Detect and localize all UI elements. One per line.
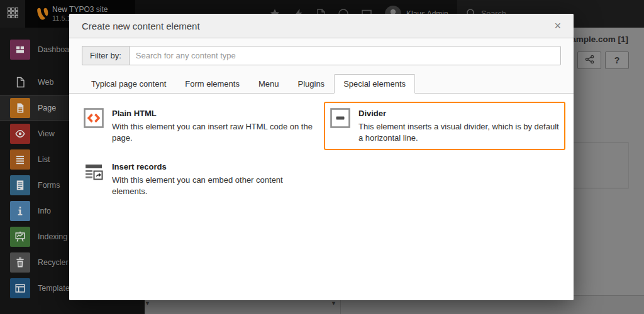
content-element-card-divider[interactable]: DividerThis element inserts a visual div… xyxy=(324,102,565,150)
sidebar-item-label: Template xyxy=(38,284,70,293)
dashboard-icon xyxy=(10,40,30,60)
sidebar-item-label: Indexing xyxy=(38,232,67,241)
divider-icon xyxy=(330,108,350,128)
content-element-card-insert-records[interactable]: Insert recordsWith this element you can … xyxy=(77,155,319,203)
modal-title: Create new content element xyxy=(82,21,200,31)
card-description: With this element you can insert raw HTM… xyxy=(112,121,313,144)
content-type-search-input[interactable] xyxy=(129,46,561,65)
code-icon xyxy=(84,108,104,128)
sidebar-item-label: Web xyxy=(38,78,53,87)
insert-records-icon xyxy=(84,161,104,181)
create-content-element-modal: Create new content element × Filter by: … xyxy=(69,14,574,300)
tab-form-elements[interactable]: Form elements xyxy=(175,74,249,94)
close-icon[interactable]: × xyxy=(554,20,561,31)
card-title: Plain HTML xyxy=(112,109,313,118)
sidebar-item-label: Recycler xyxy=(38,258,69,267)
info-icon xyxy=(10,201,30,221)
view-icon xyxy=(10,124,30,144)
select-caret-icon[interactable]: ▼ xyxy=(331,300,336,306)
indexing-icon xyxy=(10,227,30,247)
card-title: Divider xyxy=(358,109,559,118)
content-element-card-plain-html[interactable]: Plain HTMLWith this element you can inse… xyxy=(77,102,319,150)
tab-plugins[interactable]: Plugins xyxy=(288,74,334,94)
modules-grid-button[interactable] xyxy=(0,0,25,28)
grid-icon xyxy=(7,7,18,21)
typo3-logo-icon xyxy=(35,6,50,22)
card-description: This element inserts a visual divider, w… xyxy=(358,121,559,144)
site-version: 11.5.1 xyxy=(52,14,71,22)
recycler-icon xyxy=(10,252,30,273)
filter-by-label: Filter by: xyxy=(82,46,129,65)
share-button[interactable] xyxy=(577,51,601,69)
list-icon xyxy=(10,149,30,170)
tab-menu[interactable]: Menu xyxy=(249,74,289,94)
sidebar-item-label: View xyxy=(38,129,55,138)
help-button[interactable]: ? xyxy=(605,51,629,69)
card-title: Insert records xyxy=(112,162,313,171)
card-description: With this element you can embed other co… xyxy=(112,175,313,197)
content-element-tabs: Typical page contentForm elementsMenuPlu… xyxy=(69,74,574,94)
share-icon xyxy=(585,55,594,66)
site-name: New TYPO3 site xyxy=(52,5,108,14)
sidebar-item-label: List xyxy=(38,155,50,164)
page-icon xyxy=(10,98,30,118)
select-caret-icon[interactable]: ▼ xyxy=(145,300,150,306)
template-icon xyxy=(10,278,30,298)
sidebar-item-label: Page xyxy=(38,104,56,112)
forms-icon xyxy=(10,175,30,195)
tab-special-elements[interactable]: Special elements xyxy=(334,74,415,94)
modal-header: Create new content element × xyxy=(69,14,574,38)
content-element-list: Plain HTMLWith this element you can inse… xyxy=(69,94,574,300)
filter-row: Filter by: xyxy=(69,38,574,65)
web-icon xyxy=(10,72,30,92)
tab-typical-page-content[interactable]: Typical page content xyxy=(82,74,175,94)
sidebar-item-label: Forms xyxy=(38,181,60,190)
sidebar-item-label: Info xyxy=(38,207,51,215)
